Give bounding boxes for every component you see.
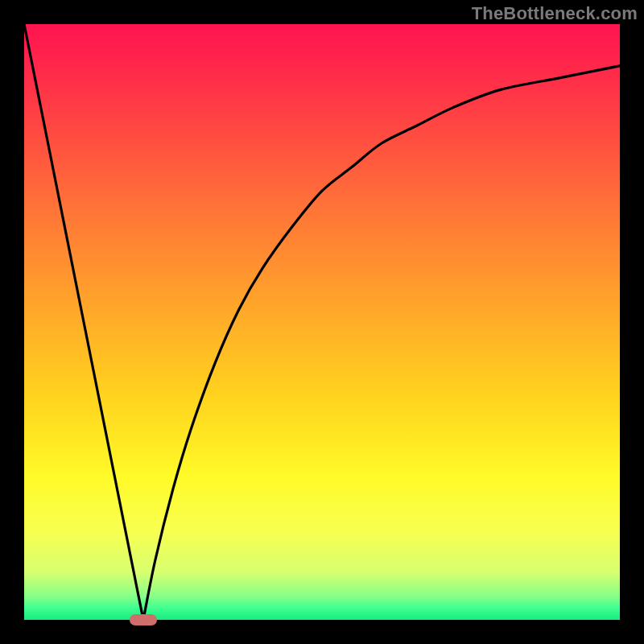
- plot-area: [24, 24, 620, 620]
- right-curve-line: [143, 66, 620, 620]
- watermark-text: TheBottleneck.com: [472, 3, 638, 24]
- chart-frame: TheBottleneck.com: [0, 0, 644, 644]
- minimum-marker: [130, 614, 157, 625]
- left-descent-line: [24, 24, 143, 620]
- curve-layer: [24, 24, 620, 620]
